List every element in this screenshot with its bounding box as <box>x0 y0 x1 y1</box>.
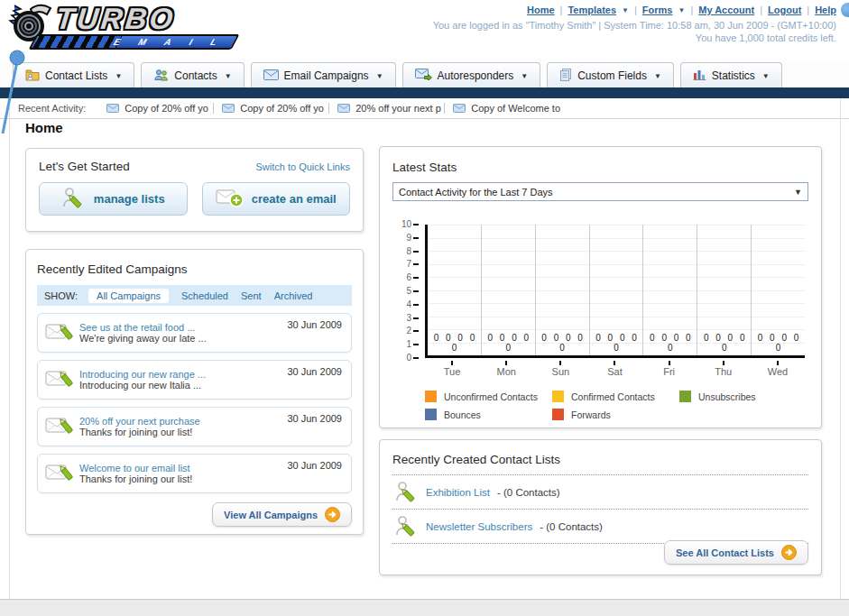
x-tick-text: Sun <box>552 366 570 377</box>
recently-edited-campaigns-panel: Recently Edited Campaigns SHOW: All Camp… <box>25 249 364 535</box>
y-tick-mark <box>413 277 419 279</box>
tab-statistics[interactable]: Statistics▼ <box>680 62 782 88</box>
tab-label: Autoresponders <box>438 69 514 82</box>
y-tick-mark <box>413 263 419 265</box>
campaign-subtitle: Thanks for joining our list! <box>79 427 344 437</box>
mini-envelope-icon <box>337 104 350 113</box>
chart-value-labels: 0 0 0 0 0 <box>428 333 481 353</box>
nav-separator: | <box>690 5 693 15</box>
chart-value-labels: 0 0 0 0 0 <box>697 333 751 353</box>
campaign-item[interactable]: 20% off your next purchaseThanks for joi… <box>37 407 352 446</box>
legend-item: Unsubscribes <box>679 391 807 402</box>
tab-label: Custom Fields <box>577 69 647 82</box>
recent-activity-items: Copy of 20% off yoCopy of 20% off yo20% … <box>98 103 560 114</box>
x-tick-mark <box>451 361 453 365</box>
chart-category-group: 0 0 0 0 0 <box>590 225 644 355</box>
tab-email-campaigns[interactable]: Email Campaigns▼ <box>251 62 396 88</box>
tab-contact-lists[interactable]: Contact Lists▼ <box>13 62 134 88</box>
recent-activity-item-label: 20% off your next p <box>355 103 441 114</box>
x-tick-text: Sat <box>607 366 623 377</box>
y-tick-mark <box>413 317 419 319</box>
tab-custom-fields[interactable]: Custom Fields▼ <box>547 62 674 88</box>
see-all-contact-lists-button[interactable]: See All Contact Lists <box>664 540 808 565</box>
legend-swatch <box>552 409 564 420</box>
logo-title: TURBO <box>54 2 177 36</box>
chevron-down-icon: ▼ <box>225 72 232 80</box>
get-started-title: Let's Get Started <box>39 160 130 173</box>
x-tick-mark <box>723 361 724 365</box>
tab-label: Contacts <box>174 69 217 82</box>
filter-sent[interactable]: Sent <box>241 290 262 301</box>
logo-subtitle: E M A I L <box>112 37 227 47</box>
recent-activity-item-label: Copy of Welcome to <box>471 103 560 114</box>
nav-link-my-account[interactable]: My Account <box>698 5 754 15</box>
nav-link-templates[interactable]: Templates <box>568 5 616 15</box>
y-tick-label: 0 <box>406 354 411 363</box>
x-tick-label: Sun <box>533 361 587 377</box>
legend-swatch <box>679 391 691 402</box>
recent-activity-item[interactable]: 20% off your next p <box>329 103 445 114</box>
arrow-circle-icon <box>781 545 797 560</box>
contact-list-item[interactable]: Exhibition List- (0 Contacts) <box>392 475 808 510</box>
arrow-circle-icon <box>325 507 340 522</box>
campaign-item[interactable]: Introducing our new range ...Introducing… <box>37 360 352 400</box>
contact-list-name-link[interactable]: Exhibition List <box>426 487 490 498</box>
filter-archived[interactable]: Archived <box>274 290 313 301</box>
nav-link-help[interactable]: Help <box>815 5 836 15</box>
legend-item: Unconfirmed Contacts <box>425 391 552 402</box>
campaign-item[interactable]: Welcome to our email listThanks for join… <box>37 454 352 493</box>
y-tick-mark <box>413 237 419 239</box>
main-tabbar: Contact Lists▼Contacts▼Email Campaigns▼A… <box>0 60 849 88</box>
legend-label: Unconfirmed Contacts <box>444 391 538 402</box>
contact-lists-title: Recently Created Contact Lists <box>392 453 560 466</box>
manage-lists-button[interactable]: manage lists <box>39 182 188 216</box>
nav-link-forms[interactable]: Forms <box>642 5 673 15</box>
legend-swatch <box>552 391 564 402</box>
chart-category-group: 0 0 0 0 0 <box>428 225 482 355</box>
tab-autoresponders[interactable]: Autoresponders▼ <box>402 62 541 88</box>
y-tick-mark <box>413 330 419 332</box>
chart-value-labels: 0 0 0 0 0 <box>590 333 643 353</box>
tab-contacts[interactable]: Contacts▼ <box>141 62 244 88</box>
chart-value-labels: 0 0 0 0 0 <box>643 333 697 353</box>
y-axis-labels: 109876543210 <box>392 225 420 358</box>
mini-envelope-icon <box>453 104 466 113</box>
envelope-pencil-icon <box>45 413 76 441</box>
view-all-campaigns-label: View All Campaigns <box>224 510 318 520</box>
contact-list-item[interactable]: Newsletter Subscribers- (0 Contacts) <box>392 510 808 544</box>
campaign-date: 30 Jun 2009 <box>287 319 342 330</box>
recently-created-contact-lists-panel: Recently Created Contact Lists Exhibitio… <box>379 439 822 575</box>
mini-envelope-icon <box>222 104 235 113</box>
x-tick-text: Wed <box>768 366 788 377</box>
campaign-item[interactable]: See us at the retail food ...We're givin… <box>37 313 352 353</box>
nav-link-logout[interactable]: Logout <box>768 5 801 15</box>
legend-swatch <box>425 409 437 420</box>
recent-activity-item[interactable]: Copy of Welcome to <box>445 103 560 114</box>
x-tick-mark <box>669 361 670 365</box>
x-tick-label: Sat <box>587 361 641 377</box>
campaign-subtitle: We're giving away our late ... <box>79 333 344 344</box>
stats-period-select[interactable]: Contact Activity for the Last 7 Days ▼ <box>392 182 808 201</box>
filter-scheduled[interactable]: Scheduled <box>181 290 228 301</box>
create-email-button[interactable]: create an email <box>202 182 351 216</box>
y-tick-label: 7 <box>406 260 411 269</box>
x-tick-text: Thu <box>715 366 732 377</box>
view-all-campaigns-button[interactable]: View All Campaigns <box>212 502 352 527</box>
recent-activity-item[interactable]: Copy of 20% off yo <box>214 103 329 114</box>
legend-swatch <box>425 391 437 402</box>
contact-list-name-link[interactable]: Newsletter Subscribers <box>426 521 532 532</box>
y-tick-label: 5 <box>406 287 411 296</box>
x-tick-label: Fri <box>642 361 697 377</box>
chart-value-labels: 0 0 0 0 0 <box>752 333 805 353</box>
campaign-items: See us at the retail food ...We're givin… <box>37 313 352 493</box>
filter-all-campaigns[interactable]: All Campaigns <box>88 289 169 303</box>
recent-activity-item[interactable]: Copy of 20% off yo <box>98 103 214 114</box>
envelope-plus-icon <box>216 188 244 211</box>
latest-stats-panel: Latest Stats Contact Activity for the La… <box>379 146 822 428</box>
campaigns-filter-bar: SHOW: All CampaignsScheduledSentArchived <box>37 285 352 306</box>
logo-email-bar: E M A I L <box>28 34 239 50</box>
campaign-date: 30 Jun 2009 <box>287 460 342 471</box>
switch-quick-links[interactable]: Switch to Quick Links <box>255 161 350 172</box>
nav-link-home[interactable]: Home <box>527 5 555 15</box>
logo-stripes <box>33 36 123 48</box>
